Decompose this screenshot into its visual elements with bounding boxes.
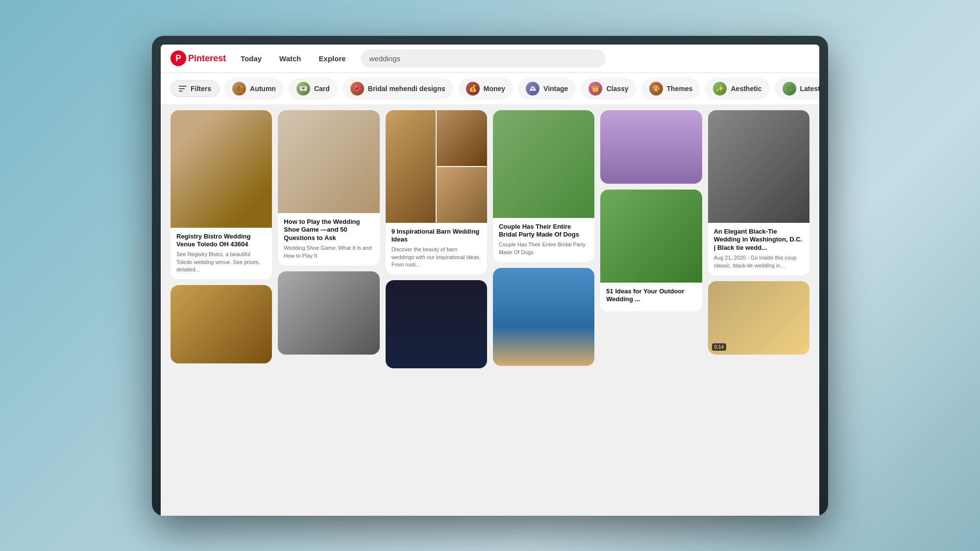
chip-aesthetic-label: Aesthetic [731, 85, 761, 93]
filters-button[interactable]: Filters [171, 80, 220, 97]
pin-dog[interactable]: Couple Has Their Entire Bridal Party Mad… [493, 110, 594, 263]
pin-party-image: 0:14 [708, 281, 809, 355]
pin-venue-title: Registry Bistro Wedding Venue Toledo OH … [176, 233, 266, 249]
pin-dance2-title: An Elegant Black-Tie Wedding in Washingt… [714, 228, 804, 253]
pin-barn-desc: Discover the beauty of barn weddings wit… [392, 246, 481, 268]
pin-dance2-image [708, 110, 809, 223]
nav-watch[interactable]: Watch [272, 50, 308, 67]
pin-dog-desc: Couple Has Their Entire Bridal Party Mad… [499, 241, 588, 256]
pin-shoe-game-body: How to Play the Wedding Shoe Game —and 5… [278, 213, 379, 265]
chip-money-avatar: 💰 [466, 82, 480, 96]
logo-letter: P [175, 53, 181, 64]
pin-lanterns[interactable] [386, 280, 487, 368]
chip-card[interactable]: 💌 Card [289, 78, 338, 99]
pin-hands[interactable] [278, 271, 379, 355]
chip-vintage[interactable]: 🕰 Vintage [518, 78, 576, 99]
pin-dance2[interactable]: An Elegant Black-Tie Wedding in Washingt… [708, 110, 809, 275]
pin-dance2-body: An Elegant Black-Tie Wedding in Washingt… [708, 223, 809, 275]
chip-money-label: Money [484, 85, 505, 93]
masonry-col-5: An Elegant Black-Tie Wedding in Washingt… [708, 110, 809, 369]
logo-area[interactable]: P Pinterest [171, 50, 226, 66]
pin-lanterns-image [386, 280, 487, 368]
pin-beach-image [493, 268, 594, 366]
filter-label: Filters [191, 85, 211, 93]
pin-shoe-game[interactable]: How to Play the Wedding Shoe Game —and 5… [278, 110, 379, 265]
chip-aesthetic-avatar: ✨ [713, 82, 727, 96]
chip-card-label: Card [314, 85, 330, 93]
pin-dog-body: Couple Has Their Entire Bridal Party Mad… [493, 218, 594, 263]
barn-img-main [386, 110, 436, 223]
nav-explore[interactable]: Explore [312, 50, 353, 67]
barn-img-top-right [437, 110, 487, 166]
barn-img-bottom-right [437, 167, 487, 223]
nav-today[interactable]: Today [234, 50, 269, 67]
screen: P Pinterest Today Watch Explore [161, 45, 819, 516]
masonry-grid: Registry Bistro Wedding Venue Toledo OH … [171, 110, 809, 369]
pin-shoe-game-desc: Wedding Shoe Game: What It Is and How to… [284, 244, 373, 260]
pin-sparkler[interactable]: 51 Ideas for Your Outdoor Wedding ... [600, 190, 702, 312]
pin-dance2-desc: Aug 21, 2020 - Go inside this coup class… [714, 254, 804, 269]
pinterest-logo-icon: P [171, 50, 186, 66]
chip-latest-label: Latest mehndi designs [800, 85, 819, 93]
pin-barn-collage [386, 110, 487, 223]
masonry-col-3: Couple Has Their Entire Bridal Party Mad… [493, 110, 594, 369]
filter-row: Filters 🍂 Autumn 💌 Card 🌺 Bridal mehendi… [161, 73, 819, 104]
chip-aesthetic[interactable]: ✨ Aesthetic [705, 78, 769, 99]
chip-bridal-avatar: 🌺 [350, 82, 364, 96]
nav-links: Today Watch Explore [234, 50, 353, 67]
pin-bouquet[interactable] [600, 110, 702, 184]
pin-venue2[interactable] [171, 285, 272, 363]
pin-beach[interactable] [493, 268, 594, 366]
masonry-col-1: How to Play the Wedding Shoe Game —and 5… [278, 110, 379, 369]
pin-barn[interactable]: 9 Inspirational Barn Wedding Ideas Disco… [386, 110, 487, 275]
chip-classy[interactable]: 👑 Classy [581, 78, 636, 99]
pin-bouquet-image [600, 110, 702, 184]
search-input[interactable] [361, 49, 606, 68]
pin-venue2-image [171, 285, 272, 363]
chip-card-avatar: 💌 [296, 82, 310, 96]
pin-barn-title: 9 Inspirational Barn Wedding Ideas [392, 228, 481, 244]
laptop-frame: P Pinterest Today Watch Explore [152, 36, 828, 516]
chip-autumn[interactable]: 🍂 Autumn [224, 78, 284, 99]
pin-venue-image [171, 110, 272, 228]
pin-barn-body: 9 Inspirational Barn Wedding Ideas Disco… [386, 223, 487, 275]
pin-venue-desc: See Registry Bistro, a beautiful Toledo … [176, 251, 266, 273]
pin-hands-image [278, 271, 379, 355]
chip-money[interactable]: 💰 Money [458, 78, 513, 99]
chip-classy-label: Classy [606, 85, 628, 93]
masonry-col-4: 51 Ideas for Your Outdoor Wedding ... [600, 110, 702, 369]
chip-vintage-avatar: 🕰 [526, 82, 539, 96]
pin-party[interactable]: 0:14 [708, 281, 809, 355]
pin-venue[interactable]: Registry Bistro Wedding Venue Toledo OH … [171, 110, 272, 280]
chip-vintage-label: Vintage [543, 85, 568, 93]
masonry-col-2: 9 Inspirational Barn Wedding Ideas Disco… [386, 110, 487, 369]
chip-autumn-avatar: 🍂 [232, 82, 246, 96]
pin-venue-body: Registry Bistro Wedding Venue Toledo OH … [171, 228, 272, 280]
pin-party-video-badge: 0:14 [712, 343, 726, 351]
pin-sparkler-image [600, 190, 702, 283]
pin-shoe-game-image [278, 110, 379, 213]
pin-sparkler-title: 51 Ideas for Your Outdoor Wedding ... [606, 287, 696, 304]
chip-bridal-label: Bridal mehendi designs [368, 85, 445, 93]
chip-themes-label: Themes [667, 85, 693, 93]
chip-latest-avatar: 🌿 [783, 82, 796, 96]
pin-dog-image [493, 110, 594, 218]
chip-themes-avatar: 🎨 [649, 82, 663, 96]
chip-bridal-mehendi[interactable]: 🌺 Bridal mehendi designs [343, 78, 453, 99]
chip-classy-avatar: 👑 [588, 82, 602, 96]
app-title: Pinterest [188, 53, 226, 64]
pin-dog-title: Couple Has Their Entire Bridal Party Mad… [499, 223, 588, 240]
header: P Pinterest Today Watch Explore [161, 45, 819, 73]
pin-shoe-game-title: How to Play the Wedding Shoe Game —and 5… [284, 218, 373, 243]
main-content: Registry Bistro Wedding Venue Toledo OH … [161, 104, 819, 516]
pinterest-app: P Pinterest Today Watch Explore [161, 45, 819, 516]
filter-icon [179, 86, 187, 92]
pin-sparkler-body: 51 Ideas for Your Outdoor Wedding ... [600, 283, 702, 312]
chip-latest-mehndi[interactable]: 🌿 Latest mehndi designs [775, 78, 819, 99]
chip-themes[interactable]: 🎨 Themes [641, 78, 701, 99]
masonry-col-0: Registry Bistro Wedding Venue Toledo OH … [171, 110, 272, 369]
chip-autumn-label: Autumn [250, 85, 276, 93]
